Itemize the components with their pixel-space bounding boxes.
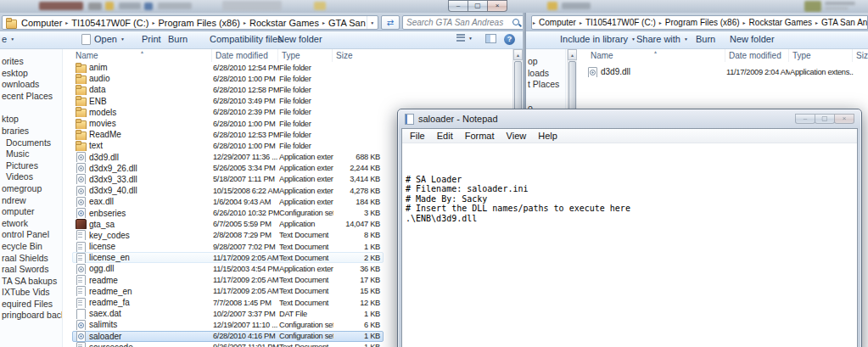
table-row[interactable]: readme_fa 7/7/2008 1:45 PM Text Document… <box>72 297 384 308</box>
table-row[interactable]: enbseries 6/26/2010 10:32 PM Configurati… <box>72 207 384 218</box>
sidebar-item[interactable]: op <box>526 56 565 68</box>
refresh-button[interactable]: ⇄ <box>381 15 400 30</box>
scroll-thumb[interactable] <box>568 61 576 112</box>
text-editor[interactable]: # SA Loader# Filename: saloader.ini# Mad… <box>402 143 857 223</box>
sidebar-item[interactable]: ndrew <box>0 195 62 207</box>
breadcrumb-item[interactable]: Program Files (x86) <box>155 18 243 28</box>
sidebar-item[interactable] <box>526 91 565 103</box>
print-button[interactable]: Print <box>142 34 161 44</box>
breadcrumb-item[interactable]: GTA San Andreas <box>326 18 367 28</box>
menu-item[interactable]: View <box>501 131 533 141</box>
new-folder-button[interactable]: New folder <box>277 34 322 44</box>
sidebar-item[interactable]: equired Files <box>0 299 62 311</box>
sidebar-item[interactable]: Pictures <box>0 160 62 172</box>
breadcrumb-item[interactable]: TI105417W0F (C:) <box>583 18 658 27</box>
sidebar-item[interactable] <box>0 102 62 114</box>
compatibility-files-button[interactable]: Compatibility files <box>210 34 283 44</box>
maximize-button[interactable]: ▢ <box>815 114 835 124</box>
breadcrumb-item[interactable]: Program Files (x86) <box>663 18 742 27</box>
sidebar-item[interactable]: raal Shields <box>0 253 62 265</box>
preview-pane-button[interactable] <box>485 34 496 43</box>
column-header-date[interactable]: Date modified <box>725 49 789 62</box>
close-button[interactable]: × <box>834 114 854 124</box>
toolbar-button[interactable]: Include in library▼ <box>560 34 636 44</box>
table-row[interactable]: audio 6/28/2010 1:00 PM File folder <box>72 73 384 84</box>
maximize-button[interactable]: ▢ <box>468 0 488 12</box>
sidebar-item[interactable]: raal Swords <box>0 264 62 276</box>
sidebar-item[interactable]: omputer <box>0 206 62 218</box>
sidebar-item[interactable]: ktop <box>0 114 62 126</box>
table-row[interactable]: license 9/28/2007 7:02 PM Text Document … <box>72 241 384 252</box>
scroll-up-icon[interactable]: ▲ <box>568 49 577 60</box>
table-row[interactable]: readme_en 11/17/2009 2:05 AM Text Docume… <box>72 286 384 297</box>
table-row[interactable]: saex.dat 10/2/2007 3:37 PM DAT File 1 KB <box>72 308 384 319</box>
sidebar-item[interactable]: t Places <box>526 79 565 91</box>
sidebar-item[interactable]: esktop <box>0 68 62 80</box>
address-bar[interactable]: ▸ Computer ▸ TI105417W0F (C:) ▸ Program … <box>531 15 868 30</box>
table-row[interactable]: gta_sa 6/7/2005 5:59 PM Application 14,0… <box>72 219 384 230</box>
menu-item[interactable]: Format <box>459 131 501 141</box>
search-icon[interactable] <box>512 18 522 28</box>
sidebar-item[interactable]: Music <box>0 148 62 160</box>
address-bar[interactable]: Computer ▸ TI105417W0F (C:) ▸ Program Fi… <box>2 15 378 30</box>
minimize-button[interactable]: – <box>448 0 468 12</box>
sidebar-item[interactable]: loads <box>526 68 565 80</box>
close-button[interactable]: × <box>487 0 507 12</box>
sidebar-item[interactable]: etwork <box>0 218 62 230</box>
menu-item[interactable]: Help <box>532 131 563 141</box>
table-row[interactable]: data 6/28/2010 12:58 PM File folder <box>72 84 384 95</box>
sidebar-item[interactable]: ownloads <box>0 79 62 91</box>
table-row[interactable]: key_codes 2/8/2008 7:29 PM Text Document… <box>72 230 384 241</box>
toolbar-button[interactable]: Burn <box>696 34 715 44</box>
toolbar-button[interactable]: Share with▼ <box>636 34 688 44</box>
minimize-button[interactable]: – <box>795 114 815 124</box>
table-row[interactable]: readme 11/17/2009 2:05 AM Text Document … <box>72 275 384 286</box>
burn-button[interactable]: Burn <box>168 34 188 44</box>
sidebar-item[interactable]: omegroup <box>0 183 62 195</box>
breadcrumb-item[interactable]: TI105417W0F (C:) <box>69 18 151 28</box>
table-row[interactable]: ReadMe 6/28/2010 12:53 PM File folder <box>72 129 384 140</box>
table-row[interactable]: movies 6/28/2010 1:00 PM File folder <box>72 118 384 129</box>
column-header-size[interactable]: Size <box>333 49 382 62</box>
table-row[interactable]: salimits 12/19/2007 11:10 ... Configurat… <box>72 319 384 330</box>
table-row[interactable]: ENB 6/28/2010 3:49 PM File folder <box>72 96 384 107</box>
table-row[interactable]: saloader 6/28/2010 4:16 PM Configuration… <box>72 331 384 342</box>
table-row[interactable]: d3d9.dll 11/17/2009 2:04 AM Application … <box>584 66 868 77</box>
sidebar-item[interactable]: ecycle Bin <box>0 241 62 253</box>
table-row[interactable]: license_en 11/17/2009 2:05 AM Text Docum… <box>72 252 384 263</box>
organize-button-fragment[interactable]: e▼ <box>2 34 14 44</box>
help-button[interactable]: ? <box>504 34 515 45</box>
table-row[interactable]: text 6/28/2010 1:00 PM File folder <box>72 140 384 151</box>
menu-item[interactable]: Edit <box>431 131 459 141</box>
table-row[interactable]: anim 6/28/2010 12:54 PM File folder <box>72 62 384 73</box>
views-button[interactable]: ▼ <box>456 34 473 42</box>
sidebar-item[interactable]: orites <box>0 56 62 68</box>
column-header-type[interactable]: Type <box>278 49 333 62</box>
sidebar-item[interactable]: Videos <box>0 171 62 183</box>
address-dropdown-icon[interactable]: ▼ <box>367 16 378 29</box>
table-row[interactable]: sourcecode 9/26/2007 11:01 PM Text Docum… <box>72 342 384 347</box>
sidebar-item[interactable]: IXTube Vids <box>0 287 62 299</box>
sidebar-item[interactable]: braries <box>0 126 62 137</box>
breadcrumb-item[interactable]: Rockstar Games <box>747 18 815 27</box>
breadcrumb-item[interactable]: Computer <box>536 18 579 27</box>
sidebar-item[interactable]: ontrol Panel <box>0 229 62 241</box>
table-row[interactable]: d3dx9_33.dll 5/18/2007 1:11 PM Applicati… <box>72 174 384 185</box>
scroll-up-icon[interactable]: ▲ <box>513 49 523 60</box>
column-header-type[interactable]: Type <box>789 49 853 62</box>
toolbar-button[interactable]: New folder <box>730 34 775 44</box>
column-header-date[interactable]: Date modified <box>212 49 278 62</box>
table-row[interactable]: eax.dll 1/6/2004 9:43 AM Application ext… <box>72 196 384 207</box>
menu-item[interactable]: File <box>404 131 431 141</box>
breadcrumb-item[interactable]: Rockstar Games <box>247 18 322 28</box>
table-row[interactable]: ogg.dll 11/15/2003 4:54 PM Application e… <box>72 263 384 274</box>
table-row[interactable]: d3d9.dll 12/29/2007 11:36 ... Applicatio… <box>72 152 384 163</box>
column-header-size[interactable]: Size <box>853 49 868 62</box>
open-button[interactable]: Open▼ <box>81 34 125 44</box>
sidebar-item[interactable]: TA SA bakups <box>0 276 62 288</box>
sidebar-item[interactable]: pringboard backups <box>0 310 62 322</box>
table-row[interactable]: models 6/28/2010 2:39 PM File folder <box>72 107 384 118</box>
table-row[interactable]: d3dx9_40.dll 10/15/2008 6:22 AM Applicat… <box>72 185 384 196</box>
table-row[interactable]: d3dx9_26.dll 5/26/2005 3:34 PM Applicati… <box>72 163 384 174</box>
sidebar-item[interactable]: Documents <box>0 137 62 149</box>
